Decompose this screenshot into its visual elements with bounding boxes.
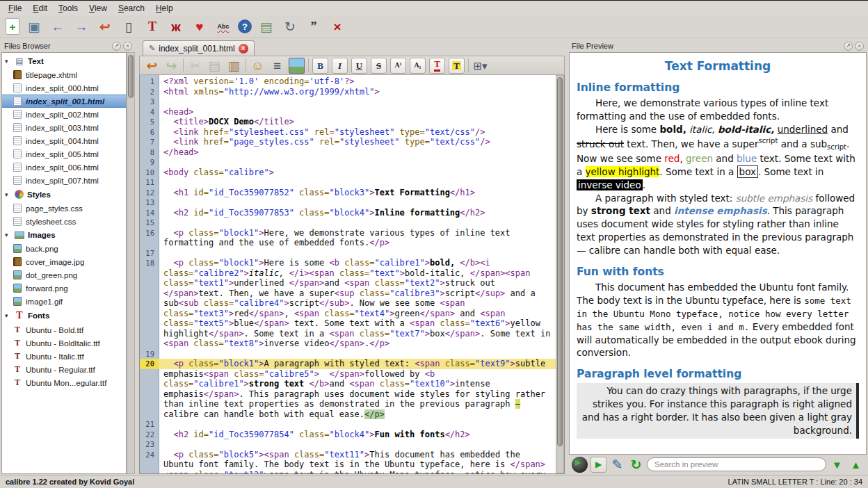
file-item[interactable]: index_split_007.html xyxy=(2,174,126,187)
reload-book-icon[interactable]: ↻ xyxy=(281,17,299,35)
file-item[interactable]: index_split_004.html xyxy=(2,134,126,147)
file-item[interactable]: Ubuntu - Regular.ttf xyxy=(2,363,126,376)
menu-item-file[interactable]: File xyxy=(3,2,27,15)
debug-icon[interactable]: ж xyxy=(167,17,185,35)
find-previous-button[interactable]: ▲ xyxy=(848,457,864,473)
code-line[interactable]: 11 xyxy=(140,177,556,188)
chevron-down-icon[interactable]: ▾ xyxy=(5,312,11,319)
file-item[interactable]: titlepage.xhtml xyxy=(2,68,126,81)
file-item[interactable]: index_split_001.html xyxy=(2,95,126,108)
menu-item-tools[interactable]: Tools xyxy=(53,2,83,15)
spellcheck-icon[interactable]: Abc xyxy=(214,17,232,35)
preview-search-input[interactable] xyxy=(647,457,826,471)
file-item[interactable]: back.png xyxy=(2,242,126,255)
code-line[interactable]: 20 <p class="block1">A paragraph with st… xyxy=(140,359,556,419)
code-line[interactable]: 12 <h1 id="id_Toc359077852" class="block… xyxy=(140,188,556,198)
file-item[interactable]: Ubuntu - BoldItalic.ttf xyxy=(2,336,126,350)
file-item[interactable]: index_split_000.html xyxy=(2,81,126,95)
background-color-icon[interactable]: T xyxy=(449,58,465,74)
code-line[interactable]: 2<html xmlns="http://www.w3.org/1999/xht… xyxy=(140,87,556,97)
code-area[interactable]: 1<?xml version='1.0' encoding='utf-8'?>2… xyxy=(140,75,556,473)
file-item[interactable]: stylesheet.css xyxy=(2,215,126,228)
remove-unused-css-icon[interactable]: × xyxy=(328,17,346,35)
files-scrollbar[interactable] xyxy=(127,52,135,474)
code-line[interactable]: 13 xyxy=(140,197,556,208)
check-book-icon[interactable]: ▤ xyxy=(257,17,275,35)
code-line[interactable]: 24 <p class="block5"><span class="text11… xyxy=(140,450,556,474)
menu-item-view[interactable]: View xyxy=(83,2,113,15)
code-line[interactable]: 23 xyxy=(140,439,556,450)
file-item[interactable]: image1.gif xyxy=(2,295,126,308)
code-line[interactable]: 4<head> xyxy=(140,107,556,117)
section-fonts[interactable]: ▾TFonts xyxy=(2,308,126,323)
code-line[interactable]: 14 <h2 id="id_Toc359077853" class="block… xyxy=(140,208,556,218)
file-item[interactable]: forward.png xyxy=(2,282,126,295)
code-line[interactable]: 7 <link href="page_styles.css" rel="styl… xyxy=(140,137,556,147)
code-line[interactable]: 9 xyxy=(140,157,556,168)
back-icon[interactable]: ← xyxy=(49,17,67,35)
code-line[interactable]: 16 <p class="block1">Here, we demonstrat… xyxy=(140,228,556,248)
run-button[interactable]: ▶ xyxy=(590,457,606,473)
undo-change-icon[interactable]: ↩ xyxy=(96,17,114,35)
files-browser-undock-icon[interactable]: ↗ xyxy=(112,42,121,51)
paste-icon[interactable]: ▥ xyxy=(226,58,242,74)
help-icon[interactable]: ? xyxy=(238,19,252,33)
section-text[interactable]: ▾▤Text xyxy=(2,54,126,68)
copy-icon[interactable]: ▤ xyxy=(207,58,223,74)
file-item[interactable]: cover_image.jpg xyxy=(2,255,126,268)
cut-icon[interactable]: ✂ xyxy=(187,58,203,74)
section-images[interactable]: ▾Images xyxy=(2,228,126,242)
code-line[interactable]: 19 xyxy=(140,349,556,359)
find-next-button[interactable]: ▼ xyxy=(829,457,845,473)
file-preview-close-icon[interactable]: × xyxy=(855,42,864,51)
code-line[interactable]: 17 xyxy=(140,248,556,259)
file-item[interactable]: page_styles.css xyxy=(2,202,126,215)
text-color-icon[interactable]: T xyxy=(429,58,445,74)
tab-index-split-001[interactable]: ✎ index_split_001.html × xyxy=(143,40,255,56)
chevron-down-icon[interactable]: ▾ xyxy=(5,231,11,238)
editor-scrollbar[interactable] xyxy=(556,75,564,473)
code-line[interactable]: 1<?xml version='1.0' encoding='utf-8'?> xyxy=(140,76,556,87)
file-preview-undock-icon[interactable]: ↗ xyxy=(844,42,853,51)
file-item[interactable]: index_split_005.html xyxy=(2,147,126,161)
file-item[interactable]: index_split_003.html xyxy=(2,121,126,134)
insert-image-icon[interactable] xyxy=(289,58,305,74)
close-tab-icon[interactable]: × xyxy=(239,44,248,54)
inspect-button[interactable]: ✎ xyxy=(609,457,625,473)
redo-icon[interactable]: ↪ xyxy=(163,58,179,74)
manage-fonts-icon[interactable]: T xyxy=(143,17,161,35)
code-line[interactable]: 18 <p class="block1">Here is some <b cla… xyxy=(140,258,556,349)
insert-table-icon[interactable]: ⊞▾ xyxy=(472,58,488,74)
code-line[interactable]: 3 xyxy=(140,97,556,107)
menu-item-search[interactable]: Search xyxy=(113,2,150,15)
code-line[interactable]: 5 <title>DOCX Demo</title> xyxy=(140,117,556,127)
editor-scrollbar-thumb[interactable] xyxy=(557,77,563,446)
code-line[interactable]: 8</head> xyxy=(140,147,556,158)
save-icon[interactable]: ▣ xyxy=(25,17,43,35)
code-line[interactable]: 6 <link href="stylesheet.css" rel="style… xyxy=(140,127,556,138)
underline-icon[interactable]: U xyxy=(351,58,367,74)
forward-icon[interactable]: → xyxy=(72,17,90,35)
code-line[interactable]: 10<body class="calibre"> xyxy=(140,168,556,178)
section-styles[interactable]: ▾Styles xyxy=(2,187,126,202)
file-item[interactable]: dot_green.png xyxy=(2,268,126,282)
code-line[interactable]: 21 xyxy=(140,419,556,430)
smarten-punctuation-icon[interactable]: ” xyxy=(305,17,323,35)
subscript-icon[interactable]: A₁ xyxy=(410,58,426,74)
special-character-icon[interactable]: ☺ xyxy=(250,58,266,74)
file-item[interactable]: index_split_002.html xyxy=(2,108,126,121)
refresh-preview-button[interactable]: ↻ xyxy=(628,457,644,473)
strikethrough-icon[interactable]: S xyxy=(371,58,387,74)
file-item[interactable]: Ubuntu - Italic.ttf xyxy=(2,350,126,363)
chevron-down-icon[interactable]: ▾ xyxy=(5,191,11,198)
file-item[interactable]: index_split_006.html xyxy=(2,161,126,174)
menu-item-help[interactable]: Help xyxy=(150,2,179,15)
menu-item-edit[interactable]: Edit xyxy=(27,2,53,15)
file-item[interactable]: Ubuntu Mon...egular.ttf xyxy=(2,376,126,389)
donate-heart-icon[interactable]: ♥ xyxy=(191,17,209,35)
code-line[interactable]: 22 <h2 id="id_Toc359077854" class="block… xyxy=(140,430,556,440)
italic-icon[interactable]: I xyxy=(332,58,348,74)
device-preview-icon[interactable]: ▯ xyxy=(120,17,138,35)
file-item[interactable]: Ubuntu - Bold.ttf xyxy=(2,323,126,336)
superscript-icon[interactable]: A¹ xyxy=(390,58,406,74)
